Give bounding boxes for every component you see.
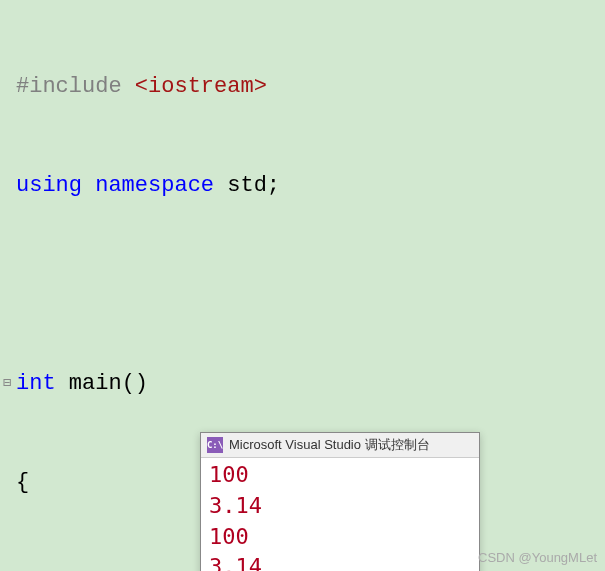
code-line[interactable]: ⊟int main() — [0, 367, 605, 400]
include-header: <iostream> — [122, 74, 267, 99]
console-line: 100 — [209, 522, 471, 553]
code-line[interactable]: #include <iostream> — [0, 70, 605, 103]
debug-console-window[interactable]: C:\ Microsoft Visual Studio 调试控制台 100 3.… — [200, 432, 480, 571]
brace: { — [16, 470, 29, 495]
preprocessor: #include — [16, 74, 122, 99]
keyword: using — [16, 173, 82, 198]
console-titlebar[interactable]: C:\ Microsoft Visual Studio 调试控制台 — [201, 433, 479, 458]
identifier: std — [214, 173, 267, 198]
console-line: 3.14 — [209, 491, 471, 522]
console-icon: C:\ — [207, 437, 223, 453]
punct: ; — [267, 173, 280, 198]
code-line[interactable] — [0, 268, 605, 301]
console-line: 3.14 — [209, 552, 471, 571]
console-title-text: Microsoft Visual Studio 调试控制台 — [229, 436, 430, 454]
code-line[interactable]: using namespace std; — [0, 169, 605, 202]
keyword: int — [16, 371, 56, 396]
function-name: main — [56, 371, 122, 396]
watermark: CSDN @YoungMLet — [478, 550, 597, 565]
keyword: namespace — [82, 173, 214, 198]
fold-marker-icon[interactable]: ⊟ — [0, 373, 14, 394]
console-output[interactable]: 100 3.14 100 3.14 — [201, 458, 479, 571]
console-line: 100 — [209, 460, 471, 491]
punct: () — [122, 371, 148, 396]
